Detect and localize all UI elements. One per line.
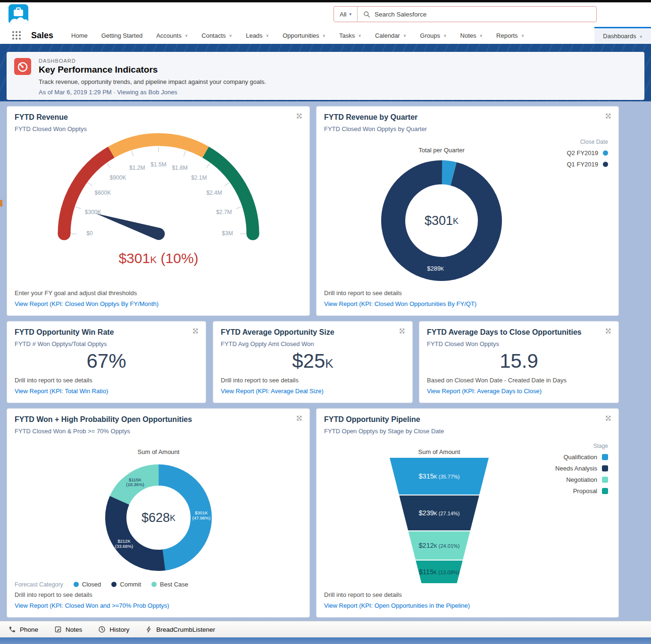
widget-subtitle: FYTD Open Opptys by Stage by Close Date [324,428,444,435]
nav-item-accounts[interactable]: Accounts∨ [156,27,188,44]
widget-note: Drill into report to see details [15,591,92,598]
svg-text:$289K: $289K [427,265,444,272]
nav-item-groups[interactable]: Groups∨ [420,27,446,44]
nav-item-home[interactable]: Home [71,27,88,44]
view-report-link[interactable]: View Report (KPI: Closed Won Opportuniti… [324,300,476,307]
widget-title: FYTD Opportunity Pipeline [324,415,420,424]
metric-value: 67% [7,350,206,372]
widget-title: FYTD Average Days to Close Opportunities [427,328,582,337]
primary-navigation: Sales HomeGetting StartedAccounts∨Contac… [0,27,651,44]
chevron-down-icon: ∨ [323,33,326,38]
bolt-icon [145,626,152,633]
expand-icon[interactable]: ⤢⤡ [604,327,612,335]
forecast-donut-chart: $301K(47.98%)$212K(33.68%)$115K(18.36%)$… [88,447,229,588]
nav-item-reports[interactable]: Reports∨ [496,27,524,44]
chevron-down-icon: ∨ [266,33,269,38]
nav-item-label: Calendar [375,32,400,39]
nav-item-label: Reports [496,32,518,39]
widget-avg-oppty-size: FYTD Average Opportunity Size FYTD Avg O… [213,321,413,403]
expand-icon[interactable]: ⤢⤡ [398,327,406,335]
chevron-down-icon: ∨ [521,33,525,38]
view-report-link[interactable]: View Report (KPI: Average Days to Close) [427,388,542,395]
page-title: Key Performance Indicators [39,65,158,75]
legend-item: Needs Analysis [555,465,608,472]
phone-icon [8,626,16,633]
quarter-donut-chart: $301K$289K [371,150,512,291]
view-report-link[interactable]: View Report (KPI: Average Deal Size) [221,388,324,395]
widget-revenue-by-quarter: FYTD Revenue by Quarter FYTD Closed Won … [316,106,619,316]
dock-item-notes[interactable]: Notes [54,626,82,633]
search-input[interactable] [375,11,591,18]
legend-item: Commit [111,581,141,588]
dock-item-breadcrumblistener[interactable]: BreadCrumbListener [145,626,215,633]
search-scope-button[interactable]: All ▾ [334,7,358,22]
metric-value: 15.9 [419,350,618,372]
nav-item-dashboards[interactable]: Dashboards∨ [594,27,651,44]
expand-icon[interactable]: ⤢⤡ [604,112,612,120]
svg-text:$1.2M: $1.2M [129,165,145,171]
nav-item-leads[interactable]: Leads∨ [246,27,269,44]
legend-swatch [151,582,157,587]
forecast-legend-items: ClosedCommitBest Case [74,581,188,588]
nav-item-contacts[interactable]: Contacts∨ [201,27,232,44]
legend-title: Forecast Category [15,581,63,588]
legend-item: Best Case [151,581,188,588]
view-report-link[interactable]: View Report (KPI: Closed Won and >=70% P… [15,602,169,609]
legend-swatch [602,454,608,460]
legend-swatch [602,488,608,494]
chevron-down-icon: ∨ [229,33,233,38]
nav-item-label: Tasks [339,32,355,39]
bottom-strip [0,637,651,644]
svg-text:$301K (10%): $301K (10%) [118,250,198,266]
view-report-link[interactable]: View Report (KPI: Total Win Ratio) [15,388,108,395]
nav-item-label: Groups [420,32,440,39]
chevron-down-icon: ∨ [403,33,407,38]
expand-icon[interactable]: ⤢⤡ [192,327,199,335]
dock-item-phone[interactable]: Phone [8,626,38,633]
widget-subtitle: FYTD Closed Won Opptys by Quarter [324,125,427,132]
legend-swatch [602,477,608,483]
quarter-legend-items: Q2 FY2019Q1 FY2019 [567,149,609,168]
widget-fytd-revenue: FYTD Revenue FYTD Closed Won Opptys ⤢⤡ $… [7,106,310,316]
chevron-down-icon: ∨ [480,33,483,38]
expand-icon[interactable]: ⤢⤡ [295,414,303,422]
legend-item: Q1 FY2019 [567,161,609,168]
svg-text:$2.7M: $2.7M [216,209,232,215]
legend-swatch [602,465,608,471]
dashboard-eyebrow: DASHBOARD [39,58,76,64]
quarter-legend: Close Date Q2 FY2019Q1 FY2019 [567,139,609,172]
pipeline-legend: Stage QualificationNeeds AnalysisNegotia… [555,443,608,499]
dock-item-label: History [109,626,129,633]
nav-item-getting-started[interactable]: Getting Started [101,27,142,44]
dashboard-icon [14,58,31,75]
revenue-gauge-chart: $0$300K$600K$900K$1.2M$1.5M$1.8M$2.1M$2.… [12,116,305,272]
svg-text:$900K: $900K [110,174,126,181]
view-report-link[interactable]: View Report (KPI: Open Opportunities in … [324,602,470,609]
nav-item-opportunities[interactable]: Opportunities∨ [283,27,326,44]
forecast-legend: Forecast Category ClosedCommitBest Case [15,581,188,588]
view-report-link[interactable]: View Report (KPI: Closed Won Opptys By F… [15,300,159,307]
nav-item-label: Getting Started [101,32,142,39]
dock-item-history[interactable]: History [98,626,129,633]
notes-icon [54,626,62,633]
chart-title: Sum of Amount [317,448,562,455]
dashboard-header-card: DASHBOARD Key Performance Indicators Tra… [7,52,644,100]
dock-item-label: Notes [66,626,82,633]
expand-icon[interactable]: ⤢⤡ [604,414,612,422]
svg-text:$239K (27.14%): $239K (27.14%) [419,509,460,517]
metric-value: $25K [213,350,412,372]
app-launcher-icon[interactable] [11,30,22,41]
legend-item: Closed [74,581,101,588]
widget-subtitle: FYTD Avg Oppty Amt Closed Won [221,340,314,347]
svg-text:$628K: $628K [142,511,175,525]
svg-text:$301K: $301K [425,214,459,228]
nav-item-tasks[interactable]: Tasks∨ [339,27,361,44]
widget-title: FYTD Average Opportunity Size [221,328,334,337]
chevron-down-icon: ∨ [185,33,188,38]
left-edge-artifact [0,200,2,206]
widget-note: Based on Closed Won Date - Created Date … [427,377,567,384]
nav-item-notes[interactable]: Notes∨ [460,27,483,44]
dashboard-description: Track revenue, opportunity trends, and p… [39,78,266,85]
nav-item-label: Opportunities [283,32,319,39]
nav-item-calendar[interactable]: Calendar∨ [375,27,406,44]
